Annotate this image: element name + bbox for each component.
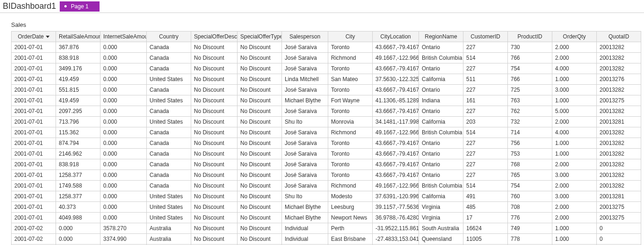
- table-cell: United States: [147, 95, 191, 106]
- table-cell: No Discount: [238, 223, 282, 234]
- table-row[interactable]: 2001-07-0140.3730.000United StatesNo Dis…: [12, 202, 641, 213]
- table-row[interactable]: 2001-07-011258.3770.000CanadaNo Discount…: [12, 170, 641, 181]
- table-cell: 115.362: [56, 127, 100, 138]
- table-cell: No Discount: [238, 202, 282, 213]
- table-cell: No Discount: [191, 42, 238, 53]
- table-cell: José Saraiva: [282, 85, 328, 95]
- table-cell: 708: [508, 202, 552, 213]
- table-row[interactable]: 2001-07-011749.5880.000CanadaNo Discount…: [12, 181, 641, 191]
- column-header[interactable]: SpecialOfferDescrip: [191, 31, 238, 42]
- table-row[interactable]: 2001-07-011258.3770.000United StatesNo D…: [12, 191, 641, 202]
- table-cell: Queensland: [419, 234, 463, 245]
- table-cell: Individual: [282, 234, 328, 245]
- table-cell: 227: [463, 149, 508, 159]
- table-cell: 762: [508, 106, 552, 117]
- column-header[interactable]: SpecialOfferType: [238, 31, 282, 42]
- table-row[interactable]: 2001-07-01713.7960.000United StatesNo Di…: [12, 117, 641, 127]
- table-cell: 49.1667,-122.9667: [373, 127, 419, 138]
- table-cell: San Mateo: [328, 74, 373, 85]
- table-cell: 0.000: [100, 202, 147, 213]
- table-row[interactable]: 2001-07-020.0003578.270AustraliaNo Disco…: [12, 223, 641, 234]
- table-row[interactable]: 2001-07-012146.9620.000CanadaNo Discount…: [12, 149, 641, 159]
- table-cell: 20013275: [597, 202, 641, 213]
- tab-page-1[interactable]: Page 1: [60, 1, 100, 12]
- column-header[interactable]: RetailSaleAmount: [56, 31, 100, 42]
- table-cell: British Columbia: [419, 53, 463, 63]
- table-cell: 766: [508, 53, 552, 63]
- table-cell: -31.9522,115.8614: [373, 223, 419, 234]
- table-cell: No Discount: [238, 106, 282, 117]
- column-header[interactable]: InternetSaleAmount: [100, 31, 147, 42]
- table-cell: 2001-07-01: [12, 95, 56, 106]
- table-row[interactable]: 2001-07-01419.4590.000United StatesNo Di…: [12, 74, 641, 85]
- table-row[interactable]: 2001-07-01419.4590.000United StatesNo Di…: [12, 95, 641, 106]
- table-cell: United States: [147, 191, 191, 202]
- table-cell: British Columbia: [419, 181, 463, 191]
- table-cell: 1258.377: [56, 170, 100, 181]
- table-cell: José Saraiva: [282, 159, 328, 170]
- column-header[interactable]: Country: [147, 31, 191, 42]
- column-header[interactable]: RegionName: [419, 31, 463, 42]
- table-cell: Michael Blythe: [282, 95, 328, 106]
- table-cell: 3.000: [552, 85, 597, 95]
- table-cell: No Discount: [191, 138, 238, 149]
- unsaved-indicator-icon: [64, 5, 67, 7]
- table-row[interactable]: 2001-07-01367.8760.000CanadaNo DiscountN…: [12, 42, 641, 53]
- table-row[interactable]: 2001-07-01838.9180.000CanadaNo DiscountN…: [12, 159, 641, 170]
- table-row[interactable]: 2001-07-01874.7940.000CanadaNo DiscountN…: [12, 138, 641, 149]
- table-cell: 754: [508, 63, 552, 74]
- visual-title: Sales: [0, 13, 644, 31]
- table-row[interactable]: 2001-07-012097.2950.000CanadaNo Discount…: [12, 106, 641, 117]
- table-cell: Canada: [147, 127, 191, 138]
- table-cell: No Discount: [238, 213, 282, 223]
- table-cell: 0.000: [100, 95, 147, 106]
- column-header[interactable]: CityLocation: [373, 31, 419, 42]
- table-cell: Leesburg: [328, 202, 373, 213]
- table-cell: 2001-07-01: [12, 159, 56, 170]
- table-cell: 4.000: [552, 63, 597, 74]
- table-cell: 2001-07-02: [12, 234, 56, 245]
- table-cell: No Discount: [191, 149, 238, 159]
- table-cell: Canada: [147, 53, 191, 63]
- table-cell: 2001-07-01: [12, 181, 56, 191]
- column-header[interactable]: OrderQty: [552, 31, 597, 42]
- column-header[interactable]: ProductID: [508, 31, 552, 42]
- column-header[interactable]: Salesperson: [282, 31, 328, 42]
- table-cell: 0.000: [100, 117, 147, 127]
- table-cell: No Discount: [191, 191, 238, 202]
- table-cell: 0.000: [100, 85, 147, 95]
- table-row[interactable]: 2001-07-01115.3620.000CanadaNo DiscountN…: [12, 127, 641, 138]
- table-cell: No Discount: [191, 53, 238, 63]
- column-header[interactable]: OrderDate: [12, 31, 56, 42]
- column-header[interactable]: QuotaID: [597, 31, 641, 42]
- table-cell: Ontario: [419, 159, 463, 170]
- table-cell: 0.000: [100, 159, 147, 170]
- table-cell: 49.1667,-122.9667: [373, 53, 419, 63]
- column-header[interactable]: CustomerID: [463, 31, 508, 42]
- table-body: 2001-07-01367.8760.000CanadaNo DiscountN…: [12, 42, 641, 245]
- table-cell: 3499.176: [56, 63, 100, 74]
- table-cell: 838.918: [56, 53, 100, 63]
- table-cell: 753: [508, 149, 552, 159]
- table-cell: 2001-07-01: [12, 106, 56, 117]
- table-row[interactable]: 2001-07-020.0003374.990AustraliaNo Disco…: [12, 234, 641, 245]
- table-cell: No Discount: [238, 53, 282, 63]
- table-cell: No Discount: [191, 117, 238, 127]
- table-row[interactable]: 2001-07-01551.8150.000CanadaNo DiscountN…: [12, 85, 641, 95]
- sales-table-container: OrderDateRetailSaleAmountInternetSaleAmo…: [0, 31, 644, 245]
- table-cell: 43.6667,-79.4167: [373, 149, 419, 159]
- column-header[interactable]: City: [328, 31, 373, 42]
- table-cell: 43.6667,-79.4167: [373, 63, 419, 74]
- table-cell: No Discount: [238, 191, 282, 202]
- table-row[interactable]: 2001-07-013499.1760.000CanadaNo Discount…: [12, 63, 641, 74]
- table-row[interactable]: 2001-07-014049.9880.000United StatesNo D…: [12, 213, 641, 223]
- table-cell: No Discount: [191, 213, 238, 223]
- table-cell: Toronto: [328, 170, 373, 181]
- table-cell: Toronto: [328, 138, 373, 149]
- table-row[interactable]: 2001-07-01838.9180.000CanadaNo DiscountN…: [12, 53, 641, 63]
- table-cell: 2.000: [552, 202, 597, 213]
- table-cell: 714: [508, 127, 552, 138]
- table-cell: 551.815: [56, 85, 100, 95]
- table-cell: Ontario: [419, 149, 463, 159]
- table-cell: 203: [463, 117, 508, 127]
